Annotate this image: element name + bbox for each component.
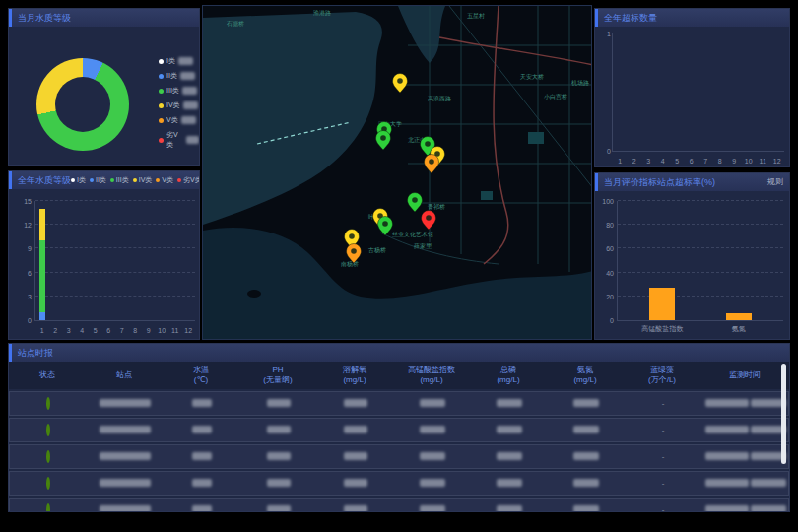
annual-legend: I类II类III类IV类V类劣V类 <box>71 171 200 189</box>
legend-item[interactable]: V类 <box>159 115 199 125</box>
x-tick-label: 11 <box>171 327 178 334</box>
column-header: 总磷(mg/L) <box>470 366 547 385</box>
legend-item[interactable]: II类 <box>90 171 106 189</box>
x-tick-label: 2 <box>53 327 57 334</box>
panel-header: 全年超标数量 <box>595 9 789 27</box>
redacted-value <box>180 72 195 80</box>
x-tick-label: 3 <box>67 327 71 334</box>
y-tick-label: 80 <box>594 222 614 229</box>
status-indicator <box>46 450 50 463</box>
panel-title: 全年超标数量 <box>604 9 657 27</box>
column-name: 氨氮 <box>547 366 624 375</box>
bar-1[interactable] <box>649 288 675 320</box>
legend-item[interactable]: IV类 <box>133 171 153 189</box>
column-unit: (mg/L) <box>547 375 624 385</box>
column-name: 状态 <box>9 370 86 380</box>
donut-legend: I类II类III类IV类V类劣V类 <box>159 56 199 150</box>
legend-label: IV类 <box>139 171 153 189</box>
redacted-value <box>267 505 291 513</box>
x-tick-label: 10 <box>158 327 166 334</box>
column-header: 水温(℃) <box>163 366 239 385</box>
redacted-value <box>178 57 193 65</box>
table-body: - - - - - <box>9 391 789 512</box>
map-place-label: 古杨桥 <box>368 247 386 254</box>
map-place-label: 高浪西路 <box>428 95 451 102</box>
panel-header: 站点时报 <box>9 344 789 362</box>
rules-link[interactable]: 规则 <box>767 173 783 191</box>
x-tick-label: 12 <box>773 158 781 165</box>
legend-item[interactable]: II类 <box>159 71 199 81</box>
map-place-label: 渔港路 <box>313 10 331 17</box>
redacted-value <box>497 426 522 433</box>
legend-label: V类 <box>162 171 173 189</box>
column-name: 站点 <box>86 370 163 380</box>
x-tick-label: 7 <box>120 327 124 334</box>
legend-item[interactable]: 劣V类 <box>159 130 199 150</box>
legend-item[interactable]: I类 <box>71 171 86 189</box>
legend-item[interactable]: III类 <box>159 86 199 96</box>
column-unit: (mg/L) <box>316 375 393 385</box>
column-name: 总磷 <box>470 366 547 375</box>
gridline <box>618 296 783 297</box>
redacted-value <box>497 505 522 513</box>
redacted-value <box>420 426 445 433</box>
x-tick-label: 7 <box>703 158 707 165</box>
gridline <box>618 224 783 225</box>
redacted-value <box>705 452 749 460</box>
legend-dot <box>71 178 75 182</box>
gridline <box>35 200 195 201</box>
redacted-value <box>100 479 151 487</box>
redacted-value <box>420 479 445 487</box>
legend-dot <box>133 178 137 182</box>
map-canvas[interactable]: 石塘桥渔港路五星村高浪西路江南大学北正寺天安大桥小白宫桥机场路青祁桥叶巷丝业文化… <box>203 6 592 340</box>
legend-label: I类 <box>77 171 86 189</box>
redacted-value <box>186 136 199 144</box>
redacted-value <box>573 505 599 513</box>
redacted-value <box>497 399 522 407</box>
y-tick-label: 20 <box>594 294 614 300</box>
table-row[interactable]: - <box>9 444 789 469</box>
legend-dot <box>177 178 181 182</box>
y-tick-label: 1 <box>594 31 611 37</box>
gridline <box>35 272 195 273</box>
status-indicator <box>46 503 50 512</box>
panel-station-report: 站点时报 状态站点水温(℃)PH(无量纲)溶解氧(mg/L)高锰酸盐指数(mg/… <box>8 343 790 512</box>
legend-item[interactable]: I类 <box>159 56 199 66</box>
table-row[interactable]: - <box>9 498 789 512</box>
legend-item[interactable]: III类 <box>110 171 129 189</box>
legend-item[interactable]: 劣V类 <box>177 171 200 189</box>
column-unit: (℃) <box>163 375 239 385</box>
bar-2[interactable] <box>726 313 752 320</box>
panel-annual-water-grade: 全年水质等级 I类II类III类IV类V类劣V类 036912151234567… <box>8 170 200 340</box>
table-scrollbar[interactable] <box>781 364 786 464</box>
map-place-label: 五星村 <box>467 13 485 20</box>
redacted-value <box>192 426 212 433</box>
stacked-bar-segment[interactable] <box>39 240 45 312</box>
gridline <box>618 200 783 201</box>
legend-dot <box>156 178 160 182</box>
column-unit: (mg/L) <box>393 375 470 385</box>
stacked-bar-segment[interactable] <box>39 209 45 240</box>
column-unit: (mg/L) <box>470 375 547 385</box>
redacted-value <box>344 426 367 433</box>
redacted-value <box>573 452 599 460</box>
column-header: 高锰酸盐指数(mg/L) <box>393 366 470 385</box>
gridline <box>613 33 784 33</box>
panel-header: 当月水质等级 <box>9 9 199 27</box>
legend-label: III类 <box>166 86 179 96</box>
stacked-bar-segment[interactable] <box>39 312 45 320</box>
x-tick-label: 8 <box>133 327 137 334</box>
column-name: 高锰酸盐指数 <box>393 366 470 375</box>
table-row[interactable]: - <box>9 418 789 442</box>
legend-item[interactable]: IV类 <box>159 100 199 110</box>
redacted-value <box>267 452 291 460</box>
table-row[interactable]: - <box>9 391 789 416</box>
y-tick-label: 6 <box>12 270 32 277</box>
column-name: 溶解氧 <box>316 366 393 375</box>
x-category-label: 氨氮 <box>732 324 746 334</box>
legend-item[interactable]: V类 <box>156 171 173 189</box>
table-row[interactable]: - <box>9 471 789 496</box>
redacted-value <box>751 505 786 513</box>
y-tick-label: 15 <box>12 198 32 205</box>
map-place-label: 机场路 <box>571 80 589 87</box>
